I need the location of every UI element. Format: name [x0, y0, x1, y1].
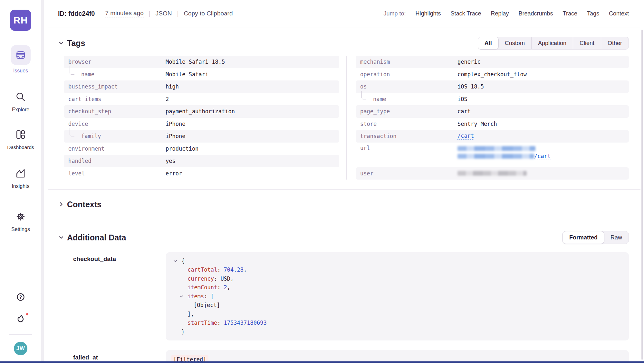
tag-row-handled: handledyes: [64, 155, 339, 167]
sidebar-item-label: Issues: [13, 68, 28, 74]
json-token: itemCount: [187, 284, 217, 291]
collapse-chevron-icon[interactable]: [58, 234, 64, 241]
format-option-formatted[interactable]: Formatted: [562, 231, 604, 244]
json-token: ],: [187, 311, 194, 317]
tag-value: production: [166, 145, 198, 152]
additional-data-entry: checkout_data {cartTotal: 704.28,currenc…: [44, 252, 644, 340]
tag-row-cart_items: cart_items2: [64, 93, 339, 106]
tags-filter-option-client[interactable]: Client: [573, 37, 601, 49]
json-token: ,: [244, 266, 247, 273]
tag-key: user: [356, 170, 457, 177]
whats-new-button[interactable]: [15, 314, 26, 326]
jump-link-context[interactable]: Context: [609, 10, 629, 17]
format-option-raw[interactable]: Raw: [604, 231, 629, 244]
tag-key: page_type: [356, 108, 457, 115]
tag-key: mechanism: [356, 59, 457, 65]
tag-row-environment: environmentproduction: [64, 143, 339, 155]
jump-link-highlights[interactable]: Highlights: [415, 10, 441, 17]
tag-value: iPhone: [166, 133, 185, 139]
tag-value-link[interactable]: /cart: [534, 153, 551, 160]
contexts-section-title: Contexts: [67, 200, 101, 209]
copy-to-clipboard-link[interactable]: Copy to Clipboard: [184, 10, 233, 17]
additional-data-section: Additional Data FormattedRaw: [44, 230, 644, 245]
tag-row-user: user: [356, 167, 629, 180]
tags-column-right: mechanismgenericoperationcomplex_checkou…: [356, 56, 629, 180]
jump-link-breadcrumbs[interactable]: Breadcrumbs: [519, 10, 553, 17]
sidebar-item-explore[interactable]: Explore: [11, 90, 31, 113]
user-avatar[interactable]: JW: [14, 342, 27, 355]
svg-text:?: ?: [19, 294, 22, 300]
tags-filter-option-application[interactable]: Application: [531, 37, 573, 49]
jump-link-replay[interactable]: Replay: [491, 10, 509, 17]
redacted-bar: [457, 146, 535, 151]
tag-value-link[interactable]: /cart: [457, 133, 474, 140]
tag-value-redacted: /cart: [457, 145, 551, 160]
json-token: 704.28: [224, 266, 244, 273]
tag-value: yes: [166, 158, 176, 164]
tag-key: browser: [64, 59, 166, 65]
json-line: cartTotal: 704.28,: [171, 265, 624, 275]
json-token: :: [204, 293, 210, 300]
tag-value-redacted: [457, 170, 527, 177]
json-line: items: [: [171, 292, 624, 301]
filtered-value-box: [Filtered]: [166, 350, 629, 363]
jump-link-tags[interactable]: Tags: [587, 10, 599, 17]
tags-filter-option-custom[interactable]: Custom: [498, 37, 531, 49]
jump-link-trace[interactable]: Trace: [563, 10, 577, 17]
separator: |: [177, 10, 178, 17]
json-token: cartTotal: [187, 266, 217, 273]
tag-key: name: [356, 96, 457, 102]
json-token: }: [181, 329, 185, 335]
help-icon: ?: [15, 292, 26, 302]
tag-value: high: [166, 83, 179, 90]
tag-key: name: [64, 71, 166, 78]
sidebar-item-label: Insights: [12, 183, 29, 189]
tree-connector: [70, 128, 74, 136]
sidebar: RH Issues Explore: [0, 0, 41, 363]
tag-key: handled: [64, 158, 166, 164]
collapse-chevron-icon[interactable]: [58, 40, 64, 46]
sidebar-item-dashboards[interactable]: Dashboards: [7, 127, 34, 150]
main-content: ID: fddc24f0 7 minutes ago | JSON | Copy…: [44, 0, 644, 363]
json-collapse-chevron-icon[interactable]: [173, 259, 181, 263]
expand-chevron-icon[interactable]: [58, 201, 64, 208]
scrollbar[interactable]: [641, 30, 643, 360]
tag-row-name: nameiOS: [356, 93, 629, 106]
json-line: startTime: 1753437180693: [171, 319, 624, 328]
help-button[interactable]: ?: [15, 292, 26, 303]
json-value-box: {cartTotal: 704.28,currency: USD,itemCou…: [166, 252, 629, 340]
tag-key: family: [64, 133, 166, 139]
tags-table: browserMobile Safari 18.5nameMobile Safa…: [58, 56, 629, 180]
json-collapse-chevron-icon[interactable]: [179, 294, 187, 299]
tag-key: operation: [356, 71, 457, 78]
sidebar-divider: [9, 203, 32, 203]
tag-key: device: [64, 121, 166, 127]
gear-icon: [11, 209, 31, 224]
event-time-link[interactable]: 7 minutes ago: [105, 10, 143, 17]
tag-row-page_type: page_typecart: [356, 105, 629, 118]
sidebar-item-issues[interactable]: Issues: [11, 45, 31, 74]
tag-key: business_impact: [64, 83, 166, 90]
json-token: 1753437180693: [224, 320, 267, 326]
org-logo[interactable]: RH: [10, 10, 31, 31]
tag-key: environment: [64, 145, 166, 152]
sidebar-item-settings[interactable]: Settings: [11, 209, 31, 232]
json-line: ],: [171, 310, 624, 319]
insights-icon: [11, 166, 31, 181]
event-header: ID: fddc24f0 7 minutes ago | JSON | Copy…: [44, 0, 644, 27]
json-line: currency: USD,: [171, 274, 624, 283]
sidebar-item-label: Dashboards: [7, 144, 34, 150]
json-token: :: [217, 266, 224, 273]
tag-row-family: familyiPhone: [64, 130, 339, 143]
tags-section: Tags AllCustomApplicationClientOther bro…: [44, 27, 644, 180]
json-link[interactable]: JSON: [156, 10, 172, 17]
json-line: [Object]: [171, 301, 624, 310]
sidebar-item-insights[interactable]: Insights: [11, 166, 31, 189]
json-token: USD: [220, 275, 230, 282]
jump-link-stack-trace[interactable]: Stack Trace: [450, 10, 481, 17]
tags-filter-option-all[interactable]: All: [478, 37, 499, 50]
tag-value: complex_checkout_flow: [457, 71, 527, 78]
tags-filter-option-other[interactable]: Other: [601, 37, 629, 49]
tag-row-name: nameMobile Safari: [64, 68, 339, 81]
tags-section-title: Tags: [67, 39, 85, 48]
